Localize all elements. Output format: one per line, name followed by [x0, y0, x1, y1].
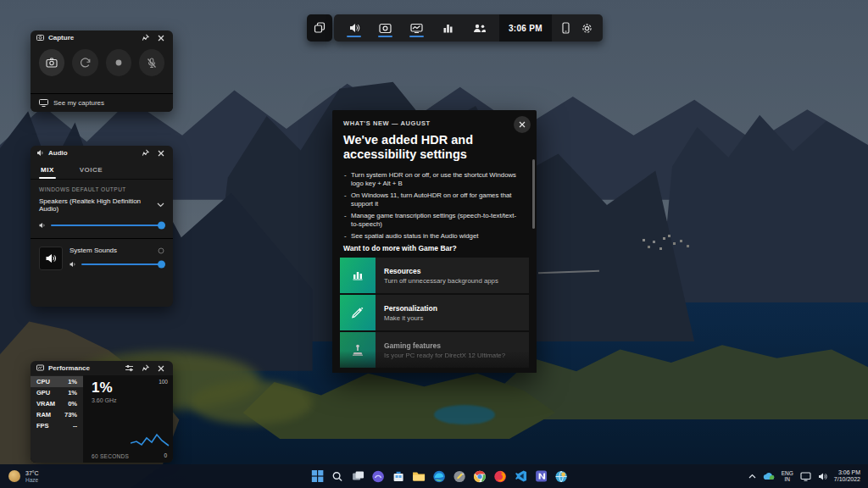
volume-low-icon — [39, 222, 46, 229]
taskbar-system-tray: ENG IN 3:06 PM 7/10/2022 — [748, 464, 868, 488]
close-icon[interactable] — [155, 147, 167, 159]
chevron-down-icon — [157, 202, 164, 208]
language-indicator[interactable]: ENG IN — [782, 470, 793, 482]
gamebar-settings-icon[interactable] — [581, 23, 593, 34]
looking-for-group-widget-button[interactable] — [472, 14, 487, 42]
resources-card[interactable]: Resources Turn off unnecessary backgroun… — [340, 258, 529, 293]
metric-fps[interactable]: FPS -- — [31, 420, 83, 431]
metric-vram[interactable]: VRAM 0% — [31, 398, 83, 409]
tray-chevron-up-icon[interactable] — [748, 474, 756, 479]
task-view-button[interactable] — [351, 469, 365, 484]
audio-widget-button[interactable] — [347, 14, 361, 42]
see-my-captures-label: See my captures — [53, 99, 104, 107]
system-sounds-slider[interactable] — [70, 260, 164, 269]
performance-metric-list: CPU 1% GPU 1% VRAM 0% RAM 73% FPS -- — [31, 375, 83, 463]
whats-new-panel: WHAT'S NEW — AUGUST We've added HDR and … — [332, 110, 537, 373]
close-icon[interactable] — [155, 363, 167, 374]
taskbar-weather-widget[interactable]: 37°C Haze — [0, 470, 39, 483]
performance-options-icon[interactable] — [123, 363, 135, 374]
pin-icon[interactable] — [139, 147, 151, 159]
metric-gpu[interactable]: GPU 1% — [31, 387, 83, 398]
resources-icon — [340, 258, 376, 293]
tray-time: 3:06 PM — [834, 469, 860, 476]
app-icon-globe[interactable] — [554, 469, 569, 484]
whats-new-bullet: See spatial audio status in the Audio wi… — [344, 232, 520, 241]
audio-widget-title: Audio — [48, 149, 68, 157]
app-icon-blue-code[interactable] — [514, 469, 528, 484]
whats-new-bullet-list: Turn system HDR on or off, or use the sh… — [344, 171, 520, 244]
cpu-usage-sparkline — [131, 430, 170, 452]
taskbar-clock[interactable]: 3:06 PM 7/10/2022 — [834, 469, 860, 483]
performance-widget-icon — [36, 364, 44, 372]
card-subtitle: Make it yours — [384, 314, 437, 322]
audio-tab-voice[interactable]: VOICE — [78, 160, 104, 179]
chrome-browser-icon[interactable] — [473, 469, 487, 484]
pin-icon[interactable] — [139, 32, 151, 44]
system-sounds-thumb[interactable] — [158, 261, 165, 269]
gamebar-toolbar: 3:06 PM — [307, 14, 603, 42]
microphone-off-button[interactable] — [139, 49, 164, 76]
app-icon-n[interactable] — [534, 469, 548, 484]
search-button[interactable] — [331, 469, 345, 484]
start-button[interactable] — [310, 469, 325, 484]
whats-new-bullet: Manage game transcription settings (spee… — [344, 212, 520, 229]
audio-tab-mix[interactable]: MIX — [39, 160, 56, 179]
firefox-browser-icon[interactable] — [493, 469, 508, 484]
app-icon-pen[interactable] — [453, 469, 467, 484]
gaming-features-card[interactable]: Gaming features Is your PC ready for Dir… — [340, 332, 529, 368]
performance-graph-area: 1% 3.60 GHz 100 0 60 SECONDS — [83, 375, 173, 463]
whats-new-prompt: Want to do more with Game Bar? — [343, 244, 457, 252]
microsoft-store-icon[interactable] — [392, 469, 406, 484]
card-subtitle: Turn off unnecessary background apps — [384, 277, 498, 285]
whats-new-title: We've added HDR and accessibility settin… — [343, 133, 515, 162]
system-sounds-row: System Sounds — [39, 247, 164, 270]
output-device-dropdown[interactable]: Speakers (Realtek High Definition Audio) — [39, 197, 164, 213]
taskbar: 37°C Haze — [0, 464, 868, 488]
see-my-captures-button[interactable]: See my captures — [31, 93, 173, 112]
whats-new-bullet: On Windows 11, turn AutoHDR on or off fo… — [344, 191, 520, 208]
phone-link-icon[interactable] — [562, 22, 570, 34]
onedrive-cloud-icon[interactable] — [763, 472, 775, 480]
tray-date: 7/10/2022 — [834, 476, 860, 483]
file-explorer-icon[interactable] — [412, 469, 426, 484]
widget-menu-button[interactable] — [307, 14, 332, 42]
personalization-card[interactable]: Personalization Make it yours — [340, 295, 529, 330]
performance-widget-button[interactable] — [409, 14, 424, 42]
panel-scrollbar[interactable] — [532, 159, 535, 229]
weather-haze-icon — [8, 470, 20, 482]
screenshot-button[interactable] — [39, 49, 64, 76]
app-icon-purple[interactable] — [371, 469, 386, 484]
pin-icon[interactable] — [139, 363, 151, 374]
captures-gallery-icon — [39, 99, 48, 107]
performance-widget-title: Performance — [48, 364, 90, 372]
capture-widget: Capture — [31, 30, 173, 112]
whats-new-cards: Resources Turn off unnecessary backgroun… — [340, 258, 529, 369]
whats-new-bullet: Turn system HDR on or off, or use the sh… — [344, 171, 520, 188]
start-recording-button[interactable] — [106, 49, 131, 76]
system-sounds-tile — [39, 247, 63, 270]
edge-browser-icon[interactable] — [432, 469, 447, 484]
metric-cpu[interactable]: CPU 1% — [31, 376, 83, 387]
close-button[interactable] — [514, 116, 531, 133]
default-output-label: WINDOWS DEFAULT OUTPUT — [39, 186, 164, 192]
capture-widget-title: Capture — [48, 34, 74, 42]
master-volume-slider[interactable] — [39, 221, 164, 230]
close-icon[interactable] — [155, 32, 167, 44]
capture-open-indicator — [378, 36, 392, 37]
spatial-audio-icon[interactable] — [158, 247, 164, 254]
cpu-frequency: 3.60 GHz — [92, 397, 117, 403]
graph-axis-max: 100 — [159, 379, 168, 385]
screen: 3:06 PM Capture — [0, 0, 868, 488]
weather-condition: Haze — [25, 477, 39, 483]
metric-ram[interactable]: RAM 73% — [31, 409, 83, 420]
record-last-30s-button[interactable] — [72, 49, 97, 76]
volume-icon[interactable] — [818, 472, 827, 481]
volume-low-icon — [70, 261, 76, 268]
widget-menu-icon — [314, 22, 326, 34]
capture-widget-icon — [36, 34, 44, 42]
achievements-widget-button[interactable] — [441, 14, 455, 42]
network-icon[interactable] — [800, 472, 811, 481]
volume-slider-thumb[interactable] — [158, 222, 165, 230]
capture-widget-button[interactable] — [378, 14, 392, 42]
gaming-features-icon — [340, 332, 376, 368]
